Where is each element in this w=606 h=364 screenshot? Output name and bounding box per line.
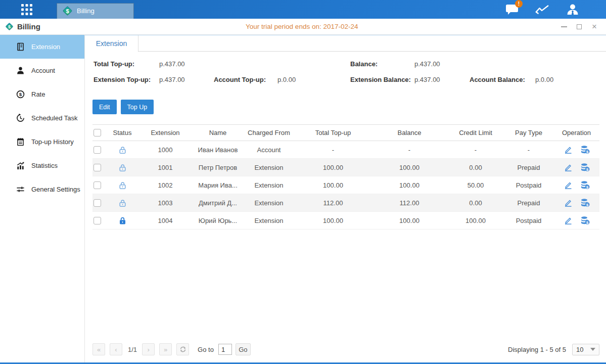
user-account-icon[interactable] [566,3,580,16]
sidebar-item-extension[interactable]: Extension [0,35,84,59]
cell-charged-from: Account [243,146,295,154]
top-up-row-icon[interactable]: $ [580,145,590,154]
extension-ledger-icon [16,42,25,52]
sidebar-item-label: Top-up History [31,138,74,146]
goto-page-input[interactable] [218,344,232,355]
edit-row-icon[interactable] [564,198,573,207]
unlocked-icon [118,146,127,154]
minimize-button[interactable] [561,23,568,30]
refresh-button[interactable] [176,343,189,355]
account-topup-value: p.0.00 [277,76,296,83]
status-cell [107,181,138,190]
sidebar-item-topup-history[interactable]: Top-up History [0,130,84,154]
billing-app-icon: $ [62,6,73,16]
cell-total-topup: 112.00 [295,199,371,207]
select-all-checkbox[interactable] [94,129,101,136]
go-button[interactable]: Go [236,343,251,355]
table-body: 1000 Иван Иванов Account - - - - $ [92,141,599,230]
table-row: 1003 Дмитрий Д... Extension 112.00 112.0… [92,194,599,212]
top-up-row-icon[interactable]: $ [580,198,590,207]
cell-name: Мария Ива... [193,181,243,189]
cell-pay-type: Postpaid [504,181,553,189]
top-up-button[interactable]: Top Up [121,100,154,114]
billing-window-icon: $ [5,22,14,31]
edit-row-icon[interactable] [564,216,573,225]
line-chart-icon [535,4,549,15]
cell-charged-from: Extension [243,217,295,224]
next-page-button[interactable]: › [142,343,155,355]
col-status: Status [107,129,138,136]
balance-label: Balance: [350,60,378,68]
app-grid-icon[interactable] [17,0,36,19]
edit-row-icon[interactable] [564,180,573,190]
top-up-row-icon[interactable]: $ [580,216,590,225]
tab-extension[interactable]: Extension [85,35,138,52]
window-title: Billing [17,22,40,31]
page-indicator: 1/1 [128,346,137,353]
svg-text:$: $ [66,8,69,14]
unlocked-icon [118,163,127,172]
sidebar-item-statistics[interactable]: Statistics [0,154,84,177]
cell-name: Дмитрий Д... [193,199,243,207]
table-row: 1002 Мария Ива... Extension 100.00 100.0… [92,176,599,194]
col-credit-limit: Credit Limit [447,129,504,136]
sidebar: Extension Account $ Rat [0,35,85,362]
cell-credit-limit: - [447,146,504,154]
sidebar-item-label: Account [31,67,55,74]
prev-page-button[interactable]: ‹ [110,343,122,355]
messages-icon[interactable]: ! [505,3,519,16]
extension-topup-value: p.437.00 [159,76,185,83]
taskbar-tab-billing[interactable]: $ Billing [57,3,134,19]
svg-text:$: $ [8,24,11,29]
cell-extension: 1004 [138,217,193,224]
cell-pay-type: Postpaid [504,217,553,224]
maximize-button[interactable] [576,23,583,30]
row-checkbox[interactable] [94,181,101,189]
grid-dots-icon [21,4,32,15]
edit-row-icon[interactable] [564,145,573,154]
col-extension: Extension [138,129,193,136]
cell-total-topup: 100.00 [295,164,371,171]
cell-balance: 100.00 [371,217,447,224]
cell-operation: $ [553,163,599,172]
status-cell [107,146,138,154]
edit-row-icon[interactable] [564,163,573,172]
row-checkbox[interactable] [94,146,101,154]
sidebar-item-label: Extension [31,43,60,51]
table-row: 1001 Петр Петров Extension 100.00 100.00… [92,159,599,176]
close-button[interactable]: × [591,23,598,30]
cell-balance: 112.00 [371,199,447,207]
first-page-button[interactable]: « [92,343,105,355]
window-titlebar: $ Billing Your trial period ends on: 201… [0,19,606,35]
total-topup-label: Total Top-up: [94,60,134,68]
tab-bar: Extension [85,35,606,52]
cell-credit-limit: 0.00 [447,164,504,171]
cell-pay-type: - [504,146,553,154]
status-cell [107,163,138,172]
sidebar-item-scheduled-task[interactable]: Scheduled Task [0,106,84,130]
sidebar-item-account[interactable]: Account [0,59,84,82]
locked-icon [118,216,127,225]
row-checkbox[interactable] [94,164,101,171]
cell-operation: $ [553,198,599,207]
top-up-row-icon[interactable]: $ [580,163,590,172]
sidebar-item-rate[interactable]: $ Rate [0,82,84,106]
cell-extension: 1002 [138,181,193,189]
sidebar-item-general-settings[interactable]: General Settings [0,177,84,201]
row-checkbox[interactable] [94,217,101,224]
top-up-row-icon[interactable]: $ [580,180,590,190]
statistics-monitor-icon[interactable] [535,3,549,16]
last-page-button[interactable]: » [159,343,172,355]
account-topup-label: Account Top-up: [214,76,266,83]
displaying-text: Displaying 1 - 5 of 5 [508,346,566,353]
sidebar-item-label: General Settings [31,186,80,193]
table-row: 1004 Юрий Юрь... Extension 100.00 100.00… [92,212,599,230]
cell-pay-type: Prepaid [504,164,553,171]
row-checkbox[interactable] [94,199,101,207]
page-size-select[interactable]: 10 [572,344,599,355]
total-topup-value: p.437.00 [159,60,185,68]
extension-balance-value: p.437.00 [414,76,440,83]
edit-button[interactable]: Edit [92,100,117,114]
extension-balance-label: Extension Balance: [350,76,411,83]
cell-balance: - [371,146,447,154]
